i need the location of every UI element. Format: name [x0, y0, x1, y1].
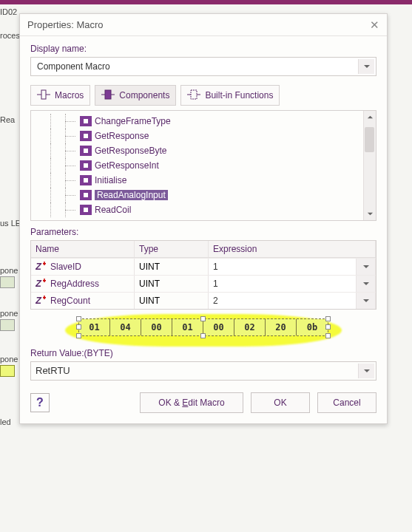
variable-icon: Z: [36, 296, 47, 306]
chevron-down-icon[interactable]: [358, 364, 374, 378]
ok-edit-macro-button[interactable]: OK & Edit Macro: [140, 392, 243, 413]
parameters-label: Parameters:: [30, 227, 376, 237]
tree-item-label: GetResponseInt: [95, 160, 159, 171]
byte-cell: 00: [203, 319, 234, 335]
tree-item-label: GetResponse: [95, 131, 149, 141]
tree-item[interactable]: GetResponseByte: [36, 143, 376, 158]
macro-icon: [80, 205, 92, 215]
svg-rect-3: [105, 90, 111, 99]
dialog-titlebar: Properties: Macro ✕: [20, 14, 387, 36]
tab-macros[interactable]: Macros: [30, 85, 90, 106]
grid-header: Name Type Expression: [31, 241, 376, 258]
chevron-down-icon[interactable]: [357, 259, 376, 275]
resize-handle[interactable]: [325, 316, 331, 321]
byte-cell: 02: [234, 319, 266, 335]
byte-sequence-highlight: 010400010002200b: [78, 318, 328, 341]
macro-icon: [80, 190, 92, 200]
resize-handle[interactable]: [325, 324, 331, 330]
tree-item-label: GetResponseByte: [95, 146, 166, 156]
param-row: ZSlaveIDUINT1: [31, 258, 376, 275]
resize-handle[interactable]: [76, 316, 81, 321]
byte-cell: 00: [141, 319, 172, 335]
tab-label: Macros: [55, 90, 84, 100]
bg-box: [0, 319, 15, 331]
tree-item[interactable]: Initialise: [36, 173, 376, 188]
parameters-grid: Name Type Expression ZSlaveIDUINT1ZRegAd…: [30, 240, 376, 310]
properties-macro-dialog: Properties: Macro ✕ Display name: Compon…: [19, 13, 388, 424]
tree-item-label: ReadCoil: [95, 205, 131, 215]
scroll-down-icon[interactable]: [364, 208, 376, 220]
tab-components[interactable]: Components: [95, 85, 176, 106]
return-value-label: Return Value:(BYTE): [30, 348, 376, 358]
scrollbar[interactable]: [363, 111, 376, 220]
byte-cell: 01: [172, 319, 203, 335]
bg-box: [0, 276, 15, 288]
macro-type-tabs: Macros Components Built-in Functions: [30, 85, 376, 106]
cancel-button[interactable]: Cancel: [317, 392, 376, 413]
variable-icon: Z: [36, 279, 47, 289]
col-expr: Expression: [209, 241, 376, 257]
byte-cell: 20: [266, 319, 297, 335]
bg-text: ID02: [0, 7, 17, 16]
byte-cell: 01: [79, 319, 110, 335]
components-icon: [101, 89, 115, 103]
tree-item[interactable]: ReadCoil: [36, 202, 376, 217]
param-type: UINT: [135, 259, 209, 275]
svg-text:Z: Z: [36, 296, 42, 306]
tab-label: Components: [119, 90, 169, 100]
svg-rect-11: [44, 262, 45, 265]
col-type: Type: [135, 241, 209, 257]
resize-handle[interactable]: [325, 333, 331, 338]
return-value: RetRTU: [36, 365, 70, 376]
param-name: ZSlaveID: [31, 259, 135, 275]
col-name: Name: [31, 241, 135, 257]
macro-icon: [80, 131, 92, 141]
macro-tree[interactable]: ChangeFrameTypeGetResponseGetResponseByt…: [30, 110, 376, 221]
bg-text: pone: [0, 309, 18, 318]
scroll-thumb[interactable]: [365, 127, 374, 152]
close-icon[interactable]: ✕: [370, 18, 379, 32]
chevron-down-icon[interactable]: [357, 293, 376, 309]
tree-item[interactable]: GetResponseInt: [36, 158, 376, 173]
resize-handle[interactable]: [76, 333, 81, 338]
svg-text:Z: Z: [36, 262, 42, 272]
byte-cell: 04: [110, 319, 141, 335]
chevron-down-icon[interactable]: [357, 276, 376, 292]
resize-handle[interactable]: [200, 333, 206, 338]
param-expression[interactable]: 1: [209, 276, 357, 292]
svg-rect-17: [44, 296, 45, 299]
macro-icon: [80, 146, 92, 156]
macros-icon: [37, 89, 50, 103]
tab-label: Built-in Functions: [205, 90, 273, 100]
param-expression[interactable]: 1: [209, 259, 357, 275]
param-expression[interactable]: 2: [209, 293, 357, 309]
bg-text: led: [0, 417, 11, 426]
bg-box: [0, 365, 15, 377]
param-name: ZRegCount: [31, 293, 135, 309]
tree-item[interactable]: GetResponse: [36, 129, 376, 143]
param-type: UINT: [135, 293, 209, 309]
tab-builtin[interactable]: Built-in Functions: [180, 85, 280, 106]
byte-cell: 0b: [297, 319, 328, 335]
resize-handle[interactable]: [200, 316, 206, 321]
resize-handle[interactable]: [76, 324, 81, 330]
chevron-down-icon[interactable]: [358, 59, 374, 74]
macro-icon: [80, 116, 92, 126]
scroll-up-icon[interactable]: [364, 111, 376, 123]
ok-button[interactable]: OK: [251, 392, 310, 413]
bg-text: us LE: [0, 219, 21, 228]
tree-item[interactable]: ChangeFrameType: [36, 114, 376, 129]
tree-item-label: ChangeFrameType: [95, 116, 171, 126]
tree-item-label: ReadAnalogInput: [95, 190, 168, 200]
btn-text: OK &: [158, 398, 182, 408]
tree-item[interactable]: ReadAnalogInput: [36, 188, 376, 202]
help-button[interactable]: ?: [30, 393, 50, 412]
dialog-title: Properties: Macro: [27, 19, 104, 30]
display-name-combo[interactable]: Component Macro: [30, 57, 376, 76]
macro-icon: [80, 175, 92, 185]
svg-rect-6: [191, 90, 197, 99]
return-value-combo[interactable]: RetRTU: [30, 361, 376, 381]
param-name: ZRegAddress: [31, 276, 135, 292]
svg-rect-0: [41, 90, 46, 99]
display-name-label: Display name:: [30, 44, 376, 54]
